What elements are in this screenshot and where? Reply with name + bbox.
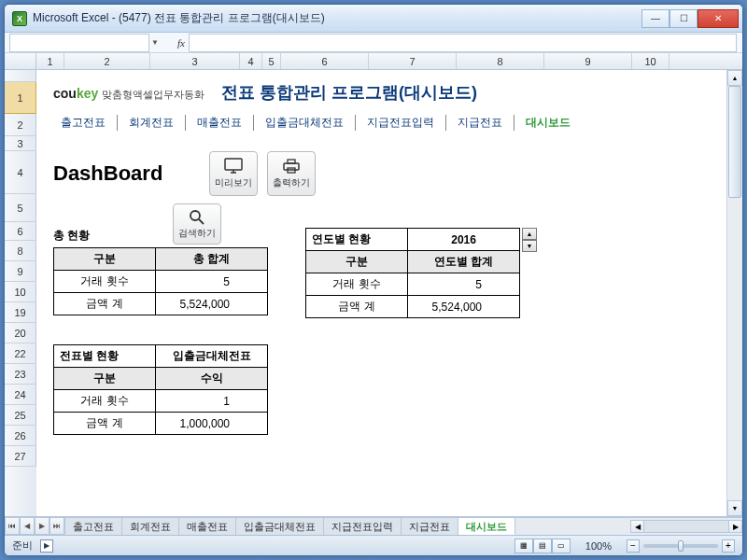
row-header[interactable]: 22 xyxy=(5,343,36,364)
maximize-button[interactable]: ☐ xyxy=(669,9,698,28)
zoom-label: 100% xyxy=(585,540,612,552)
table-row: 거래 횟수1 xyxy=(54,390,268,413)
tab-nav-last[interactable]: ⏭ xyxy=(49,517,64,535)
sheet-tab[interactable]: 회계전표 xyxy=(122,517,179,535)
search-icon xyxy=(187,208,207,225)
hscroll-left[interactable]: ◀ xyxy=(631,521,644,532)
column-header[interactable]: 2 xyxy=(64,53,150,69)
nav-tab[interactable]: 입출금대체전표 xyxy=(258,115,356,131)
column-header[interactable]: 9 xyxy=(544,53,632,69)
row-header[interactable]: 23 xyxy=(5,364,36,385)
row-header[interactable]: 3 xyxy=(5,136,36,151)
row-header[interactable]: 1 xyxy=(5,82,36,114)
zoom-thumb[interactable] xyxy=(678,540,684,552)
row-header[interactable]: 27 xyxy=(5,446,36,467)
row-header[interactable]: 6 xyxy=(5,222,36,241)
nav-tab[interactable]: 회계전표 xyxy=(121,115,186,131)
svg-rect-0 xyxy=(225,159,242,170)
sheet-tab[interactable]: 지급전표 xyxy=(402,517,458,535)
macro-icon[interactable]: ▶ xyxy=(40,539,53,553)
zoom-control: − + xyxy=(627,539,735,553)
total-table: 구분 총 합계 거래 횟수5 금액 계5,524,000 xyxy=(53,247,268,315)
row-header[interactable]: 4 xyxy=(5,151,36,194)
normal-view-button[interactable]: ▦ xyxy=(514,539,533,553)
table-row: 거래 횟수5 xyxy=(54,271,268,293)
nav-tab[interactable]: 출고전표 xyxy=(53,115,118,131)
spin-down-button[interactable]: ▼ xyxy=(522,240,537,252)
name-box[interactable] xyxy=(9,34,149,52)
sheet-tab[interactable]: 입출금대체전표 xyxy=(236,517,324,535)
tab-nav-prev[interactable]: ◀ xyxy=(20,517,35,535)
formula-input[interactable] xyxy=(189,34,737,52)
row-header[interactable]: 9 xyxy=(5,261,36,282)
column-header[interactable]: 3 xyxy=(150,53,240,69)
row-header[interactable]: 8 xyxy=(5,241,36,261)
row-header[interactable]: 26 xyxy=(5,426,36,446)
sheet-tab[interactable]: 출고전표 xyxy=(65,517,122,535)
name-box-dropdown-icon[interactable]: ▼ xyxy=(151,38,159,47)
sheet-tab[interactable]: 지급전표입력 xyxy=(324,517,402,535)
vertical-scrollbar[interactable]: ▲ ▼ xyxy=(726,70,742,516)
printer-icon xyxy=(281,158,302,175)
column-header[interactable]: 6 xyxy=(281,53,369,69)
year-spinner: ▲ ▼ xyxy=(522,228,537,252)
row-header[interactable]: 25 xyxy=(5,405,36,426)
spin-up-button[interactable]: ▲ xyxy=(522,228,537,240)
scroll-up-button[interactable]: ▲ xyxy=(727,70,742,86)
year-value[interactable]: 2016 xyxy=(408,229,520,251)
title-bar: X Microsoft Excel - (5477) 전표 통합관리 프로그램(… xyxy=(5,5,742,33)
close-button[interactable]: ✕ xyxy=(698,9,739,28)
row-header[interactable]: 19 xyxy=(5,302,36,323)
worksheet-content[interactable]: coukey 맞춤형액셀업무자동화 전표 통합관리 프로그램(대시보드) 출고전… xyxy=(36,70,742,516)
table-row: 금액 계5,524,000 xyxy=(306,296,520,318)
sheet-tab[interactable]: 매출전표 xyxy=(179,517,236,535)
nav-tab[interactable]: 지급전표입력 xyxy=(359,115,446,131)
column-header[interactable]: 10 xyxy=(632,53,669,69)
row-header[interactable]: 24 xyxy=(5,385,36,405)
column-header[interactable]: 7 xyxy=(369,53,457,69)
page-break-view-button[interactable]: ▭ xyxy=(552,539,571,553)
print-button[interactable]: 출력하기 xyxy=(267,151,316,196)
brand-slogan: 맞춤형액셀업무자동화 xyxy=(102,89,204,100)
column-header[interactable]: 1 xyxy=(36,53,64,69)
select-all-corner[interactable] xyxy=(5,53,36,69)
row-header[interactable]: 10 xyxy=(5,282,36,302)
window-title: Microsoft Excel - (5477) 전표 통합관리 프로그램(대시… xyxy=(33,10,641,26)
hscroll-right[interactable]: ▶ xyxy=(728,521,741,532)
table-row: 금액 계1,000,000 xyxy=(54,413,268,435)
page-layout-view-button[interactable]: ▤ xyxy=(533,539,552,553)
minimize-button[interactable]: — xyxy=(641,9,669,28)
horizontal-scrollbar[interactable]: ◀ ▶ xyxy=(630,520,742,533)
column-header[interactable]: 4 xyxy=(240,53,262,69)
column-header[interactable]: 8 xyxy=(457,53,544,69)
zoom-out-button[interactable]: − xyxy=(627,539,640,553)
total-section-title: 총 현황 xyxy=(53,228,268,244)
svg-rect-2 xyxy=(288,160,295,163)
nav-tab[interactable]: 대시보드 xyxy=(518,115,578,131)
page-nav-tabs: 출고전표회계전표매출전표입출금대체전표지급전표입력지급전표대시보드 xyxy=(53,115,733,131)
preview-button[interactable]: 미리보기 xyxy=(209,151,258,196)
app-window: X Microsoft Excel - (5477) 전표 통합관리 프로그램(… xyxy=(4,4,743,556)
row-header[interactable]: 20 xyxy=(5,323,36,343)
tab-nav-first[interactable]: ⏮ xyxy=(5,517,20,535)
monitor-icon xyxy=(223,158,244,175)
row-header[interactable]: 5 xyxy=(5,194,36,222)
row-header[interactable] xyxy=(5,70,36,82)
table-row: 거래 횟수5 xyxy=(306,273,520,296)
byslip-table: 전표별 현황 입출금대체전표 구분 수익 거래 횟수1 금액 계1,000,00… xyxy=(53,344,268,435)
svg-point-4 xyxy=(190,211,200,220)
zoom-slider[interactable] xyxy=(643,544,718,548)
table-row: 금액 계5,524,000 xyxy=(54,293,268,315)
tab-nav-next[interactable]: ▶ xyxy=(35,517,49,535)
dashboard-header: DashBoard 미리보기 출력하기 xyxy=(53,151,733,196)
sheet-tab[interactable]: 대시보드 xyxy=(458,517,515,535)
zoom-in-button[interactable]: + xyxy=(722,539,735,553)
nav-tab[interactable]: 매출전표 xyxy=(190,115,254,131)
spreadsheet-grid: 12345678910 12345689101920222324252627 c… xyxy=(5,53,742,535)
scroll-thumb[interactable] xyxy=(728,86,741,198)
scroll-down-button[interactable]: ▼ xyxy=(727,500,742,516)
column-header[interactable]: 5 xyxy=(262,53,281,69)
brand-cou: cou xyxy=(53,86,77,101)
row-header[interactable]: 2 xyxy=(5,114,36,136)
nav-tab[interactable]: 지급전표 xyxy=(450,115,514,131)
